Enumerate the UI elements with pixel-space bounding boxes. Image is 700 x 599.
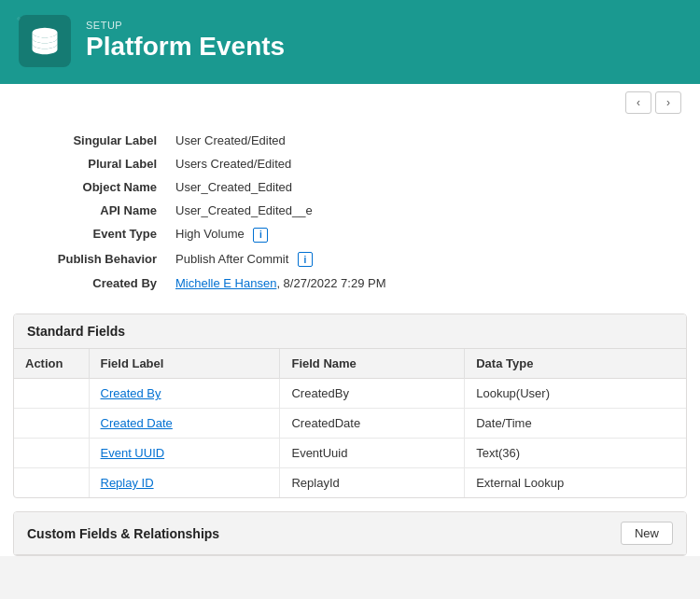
label-plural-label: Plural Label (19, 152, 168, 175)
col-action: Action (14, 349, 89, 379)
standard-fields-section: Standard Fields Action Field Label Field… (13, 313, 687, 498)
table-row: Created Date CreatedDate Date/Time (14, 409, 686, 439)
field-label-link[interactable]: Replay ID (101, 476, 154, 490)
cell-action (14, 439, 89, 468)
cell-field-name: CreatedDate (280, 409, 465, 439)
created-by-link[interactable]: Michelle E Hansen (175, 276, 276, 290)
cell-data-type: Text(36) (465, 439, 686, 468)
cell-field-name: EventUuid (280, 439, 465, 468)
detail-row-object-name: Object Name User_Created_Edited (19, 175, 681, 199)
field-label-link[interactable]: Created Date (101, 416, 173, 430)
cell-field-name: ReplayId (280, 468, 465, 498)
publish-behavior-info-icon[interactable]: i (298, 252, 313, 267)
detail-row-singular-label: Singular Label User Created/Edited (19, 129, 681, 152)
field-label-link[interactable]: Created By (101, 386, 161, 400)
event-type-info-icon[interactable]: i (253, 228, 268, 243)
header-text: SETUP Platform Events (86, 20, 285, 63)
cell-field-label: Replay ID (89, 468, 280, 498)
value-plural-label: Users Created/Edited (168, 152, 681, 175)
detail-row-created-by: Created By Michelle E Hansen, 8/27/2022 … (19, 272, 681, 295)
cell-data-type: Date/Time (465, 409, 686, 439)
value-created-by: Michelle E Hansen, 8/27/2022 7:29 PM (168, 272, 681, 295)
detail-row-publish-behavior: Publish Behavior Publish After Commit i (19, 247, 681, 272)
header-icon-wrap (19, 15, 71, 67)
page-title: Platform Events (86, 31, 285, 63)
label-created-by: Created By (19, 272, 168, 295)
value-publish-behavior: Publish After Commit i (168, 247, 681, 272)
cell-data-type: Lookup(User) (465, 379, 686, 409)
svg-point-0 (33, 28, 58, 38)
cell-field-label: Created Date (89, 409, 280, 439)
detail-section: Singular Label User Created/Edited Plura… (0, 114, 700, 313)
value-api-name: User_Created_Edited__e (168, 199, 681, 222)
forward-button[interactable]: › (655, 91, 681, 114)
cell-action (14, 379, 89, 409)
col-data-type: Data Type (465, 349, 686, 379)
custom-fields-title: Custom Fields & Relationships (27, 526, 219, 541)
label-object-name: Object Name (19, 175, 168, 199)
cell-data-type: External Lookup (465, 468, 686, 498)
cell-action (14, 468, 89, 498)
field-label-link[interactable]: Event UUID (101, 446, 165, 460)
label-singular-label: Singular Label (19, 129, 168, 152)
cell-action (14, 409, 89, 439)
value-event-type: High Volume i (168, 222, 681, 247)
label-publish-behavior: Publish Behavior (19, 247, 168, 272)
standard-fields-header: Standard Fields (14, 314, 686, 349)
custom-fields-section: Custom Fields & Relationships New (13, 511, 687, 556)
cell-field-name: CreatedBy (280, 379, 465, 409)
value-singular-label: User Created/Edited (168, 129, 681, 152)
nav-buttons: ‹ › (0, 84, 700, 114)
detail-row-api-name: API Name User_Created_Edited__e (19, 199, 681, 222)
cell-field-label: Created By (89, 379, 280, 409)
label-api-name: API Name (19, 199, 168, 222)
new-button[interactable]: New (621, 522, 673, 545)
standard-fields-table: Action Field Label Field Name Data Type … (14, 349, 686, 497)
standard-fields-title: Standard Fields (27, 324, 125, 339)
main-content: ‹ › Singular Label User Created/Edited P… (0, 84, 700, 556)
table-row: Event UUID EventUuid Text(36) (14, 439, 686, 468)
table-header-row: Action Field Label Field Name Data Type (14, 349, 686, 379)
back-button[interactable]: ‹ (625, 91, 651, 114)
label-event-type: Event Type (19, 222, 168, 247)
table-row: Replay ID ReplayId External Lookup (14, 468, 686, 498)
setup-label: SETUP (86, 20, 285, 31)
detail-row-plural-label: Plural Label Users Created/Edited (19, 152, 681, 175)
custom-fields-header: Custom Fields & Relationships New (14, 512, 686, 555)
col-field-label: Field Label (89, 349, 280, 379)
table-row: Created By CreatedBy Lookup(User) (14, 379, 686, 409)
value-object-name: User_Created_Edited (168, 175, 681, 199)
page-header: SETUP Platform Events (0, 0, 700, 84)
cell-field-label: Event UUID (89, 439, 280, 468)
detail-table: Singular Label User Created/Edited Plura… (19, 129, 681, 295)
database-icon (28, 24, 62, 58)
col-field-name: Field Name (280, 349, 465, 379)
detail-row-event-type: Event Type High Volume i (19, 222, 681, 247)
